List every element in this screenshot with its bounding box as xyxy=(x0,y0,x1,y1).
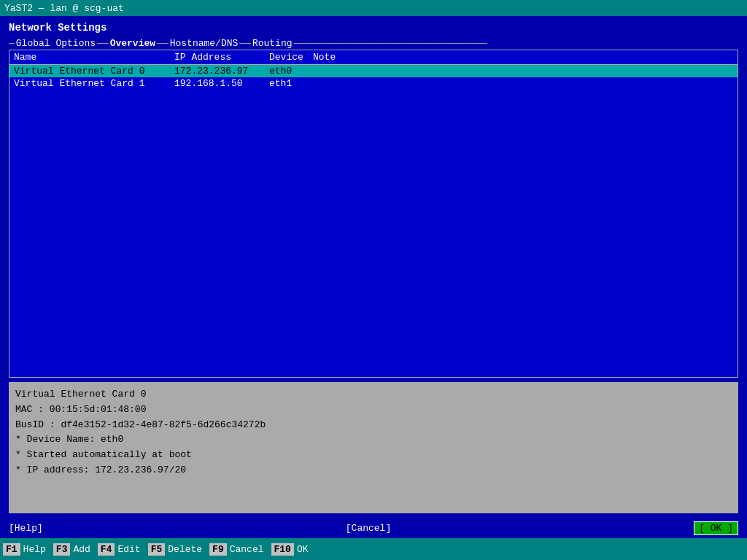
table-body: Virtual Ethernet Card 0 172.23.236.97 et… xyxy=(9,65,738,90)
fn-key-help[interactable]: F1Help xyxy=(3,543,52,556)
table-header-row: Name IP Address Device Note xyxy=(9,50,738,65)
fn-num: F4 xyxy=(98,543,115,556)
fn-label: Help xyxy=(20,543,49,556)
tab-routing[interactable]: Routing xyxy=(251,38,294,49)
fn-label: Delete xyxy=(165,543,205,556)
col-header-name: Name xyxy=(9,50,170,65)
fn-key-ok[interactable]: F10OK xyxy=(271,543,314,556)
tab-separator-3: —— xyxy=(239,38,251,49)
ok-button[interactable]: [ OK ] xyxy=(694,521,738,535)
fn-label: Edit xyxy=(115,543,143,556)
cell-note xyxy=(309,77,738,90)
detail-title: Virtual Ethernet Card 0 xyxy=(15,387,732,402)
mac-label: MAC : xyxy=(15,404,44,415)
busid-value: df4e3152-1d32-4e87-82f5-6d266c34272b xyxy=(61,419,266,430)
tab-bar: — Global Options —— Overview —— Hostname… xyxy=(9,36,738,50)
overview-panel: Name IP Address Device Note Virtual Ethe… xyxy=(9,50,738,378)
cell-ip: 172.23.236.97 xyxy=(170,65,265,78)
cell-name: Virtual Ethernet Card 0 xyxy=(9,65,170,78)
fn-num: F5 xyxy=(148,543,166,556)
bottom-bar: [Help] [Cancel] [ OK ] xyxy=(0,518,747,538)
cell-device: eth0 xyxy=(265,65,309,78)
col-header-note: Note xyxy=(309,50,738,65)
busid-label: BusID : xyxy=(15,419,55,430)
fn-num: F10 xyxy=(271,543,294,556)
tab-hostname-dns[interactable]: Hostname/DNS xyxy=(169,38,240,49)
tab-separator-right: —————————————————————————————————— xyxy=(294,38,487,49)
cell-name: Virtual Ethernet Card 1 xyxy=(9,77,170,90)
cell-ip: 192.168.1.50 xyxy=(170,77,265,90)
fn-key-add[interactable]: F3Add xyxy=(53,543,96,556)
tab-overview[interactable]: Overview xyxy=(109,38,157,49)
fn-label: Cancel xyxy=(227,543,267,556)
detail-busid: BusID : df4e3152-1d32-4e87-82f5-6d266c34… xyxy=(15,418,732,433)
cancel-button[interactable]: [Cancel] xyxy=(346,523,391,534)
detail-mac: MAC : 00:15:5d:01:48:00 xyxy=(15,402,732,418)
tab-separator-1: —— xyxy=(97,38,109,49)
detail-item: * IP address: 172.23.236.97/20 xyxy=(15,463,732,478)
function-bar: F1HelpF3AddF4EditF5DeleteF9CancelF10OK xyxy=(0,538,747,560)
table-row[interactable]: Virtual Ethernet Card 0 172.23.236.97 et… xyxy=(9,65,738,78)
fn-label: Add xyxy=(70,543,93,556)
detail-item: * Started automatically at boot xyxy=(15,448,732,463)
table-row[interactable]: Virtual Ethernet Card 1 192.168.1.50 eth… xyxy=(9,77,738,90)
detail-item: * Device Name: eth0 xyxy=(15,432,732,448)
detail-items: * Device Name: eth0 * Started automatica… xyxy=(15,432,732,478)
detail-panel: Virtual Ethernet Card 0 MAC : 00:15:5d:0… xyxy=(9,382,738,513)
mac-value: 00:15:5d:01:48:00 xyxy=(50,404,147,415)
tab-global-options[interactable]: Global Options xyxy=(15,38,97,49)
title-bar: YaST2 — lan @ scg-uat xyxy=(0,0,747,16)
network-table: Name IP Address Device Note Virtual Ethe… xyxy=(9,50,738,90)
tab-separator-left: — xyxy=(9,38,15,49)
col-header-ip: IP Address xyxy=(170,50,265,65)
help-button[interactable]: [Help] xyxy=(9,523,43,534)
tab-separator-2: —— xyxy=(157,38,169,49)
fn-key-cancel[interactable]: F9Cancel xyxy=(209,543,269,556)
fn-key-delete[interactable]: F5Delete xyxy=(148,543,208,556)
col-header-device: Device xyxy=(265,50,309,65)
fn-key-edit[interactable]: F4Edit xyxy=(98,543,147,556)
title-text: YaST2 — lan @ scg-uat xyxy=(4,3,124,14)
cell-device: eth1 xyxy=(265,77,309,90)
cell-note xyxy=(309,65,738,78)
network-settings-label: Network Settings xyxy=(9,22,738,34)
fn-num: F9 xyxy=(209,543,227,556)
fn-num: F3 xyxy=(53,543,71,556)
fn-label: OK xyxy=(294,543,311,556)
fn-num: F1 xyxy=(3,543,20,556)
main-content: Network Settings — Global Options —— Ove… xyxy=(0,16,747,538)
